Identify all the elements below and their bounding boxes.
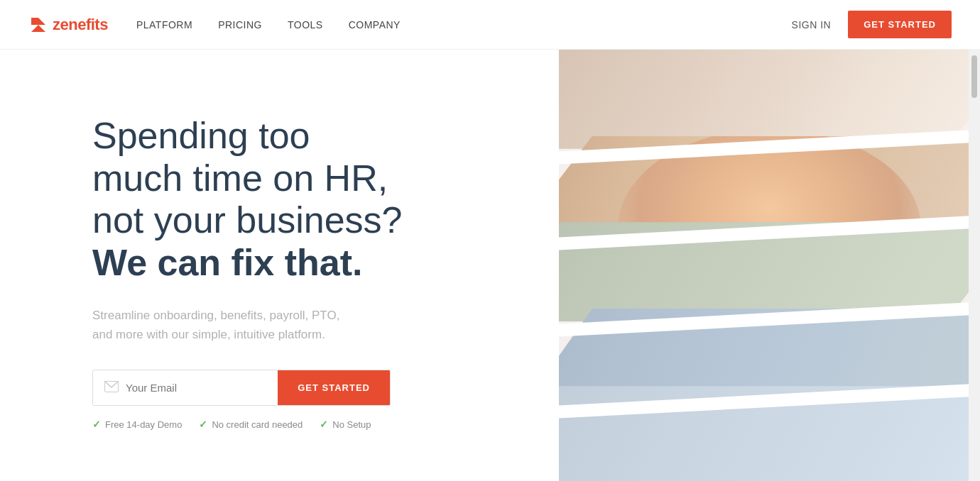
badge-setup: ✓ No Setup <box>320 419 371 430</box>
check-icon-card: ✓ <box>199 419 207 430</box>
logo-icon <box>28 15 48 35</box>
logo[interactable]: zenefits <box>28 15 108 35</box>
badge-card-label: No credit card needed <box>212 419 303 430</box>
main-nav: PLATFORM PRICING TOOLS COMPANY <box>136 19 401 31</box>
hero-subtext: Streamline onboarding, benefits, payroll… <box>92 306 362 344</box>
header-right: SIGN IN GET STARTED <box>792 11 952 38</box>
get-started-header-button[interactable]: GET STARTED <box>848 11 952 38</box>
check-icon-demo: ✓ <box>92 419 101 430</box>
nav-tools[interactable]: TOOLS <box>288 19 323 31</box>
sign-in-button[interactable]: SIGN IN <box>792 19 832 31</box>
get-started-form-button[interactable]: GET STARTED <box>278 370 390 405</box>
badge-demo-label: Free 14-day Demo <box>105 419 182 430</box>
logo-text: zenefits <box>53 16 108 34</box>
photo-z-container <box>559 50 980 481</box>
email-input-wrapper <box>93 370 278 405</box>
email-icon <box>104 381 119 395</box>
scrollbar-thumb <box>971 55 977 98</box>
badge-card: ✓ No credit card needed <box>199 419 303 430</box>
trust-badges: ✓ Free 14-day Demo ✓ No credit card need… <box>92 419 530 430</box>
nav-platform[interactable]: PLATFORM <box>136 19 192 31</box>
hero-heading: Spending too much time on HR, not your b… <box>92 115 530 284</box>
badge-demo: ✓ Free 14-day Demo <box>92 419 182 430</box>
email-input[interactable] <box>126 370 266 405</box>
scrollbar[interactable] <box>969 50 980 481</box>
hero-heading-line2: much time on HR, <box>92 157 388 199</box>
svg-marker-0 <box>31 18 45 32</box>
nav-pricing[interactable]: PRICING <box>218 19 262 31</box>
hero-heading-bold: We can fix that. <box>92 242 362 283</box>
badge-setup-label: No Setup <box>332 419 371 430</box>
hero-heading-line3: not your business? <box>92 199 403 240</box>
email-form: GET STARTED <box>92 370 391 406</box>
right-panel <box>559 50 980 481</box>
header-left: zenefits PLATFORM PRICING TOOLS COMPANY <box>28 15 401 35</box>
left-panel: Spending too much time on HR, not your b… <box>0 50 559 481</box>
main-content: Spending too much time on HR, not your b… <box>0 50 980 481</box>
nav-company[interactable]: COMPANY <box>349 19 401 31</box>
check-icon-setup: ✓ <box>320 419 328 430</box>
header: zenefits PLATFORM PRICING TOOLS COMPANY … <box>0 0 980 50</box>
hero-heading-line1: Spending too <box>92 115 310 156</box>
